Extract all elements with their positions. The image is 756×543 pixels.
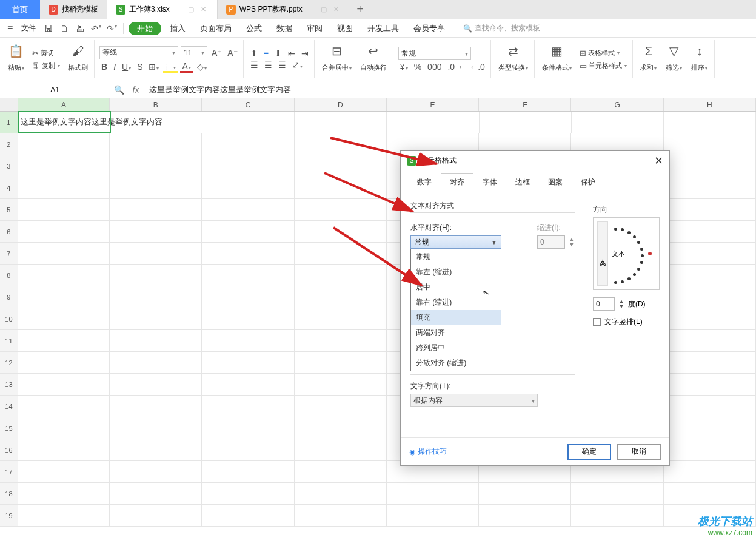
orientation-handle[interactable] [648, 252, 652, 255]
cell-B13[interactable] [110, 374, 202, 395]
cell-C5[interactable] [202, 199, 294, 220]
dec-decimal-icon[interactable]: ←.0 [467, 62, 487, 72]
menu-insert[interactable]: 插入 [164, 19, 192, 37]
opt-justify[interactable]: 两端对齐 [411, 325, 501, 340]
tab-protect[interactable]: 保护 [572, 173, 604, 192]
cell-B10[interactable] [110, 308, 202, 329]
cut-button[interactable]: ✂剪切 [30, 48, 62, 58]
table-style-button[interactable]: ⊞表格样式 [578, 48, 629, 58]
dialog-titlebar[interactable]: S 单元格格式 ✕ [401, 151, 669, 170]
cell-H9[interactable] [664, 286, 756, 308]
filter-button[interactable]: ▽筛选 [663, 44, 685, 75]
row-header-4[interactable]: 4 [0, 177, 18, 198]
tab-daoke[interactable]: D 找稻壳模板 [40, 0, 107, 19]
cell-A18[interactable] [18, 483, 110, 504]
bold-icon[interactable]: B [99, 62, 109, 72]
sum-button[interactable]: Σ求和 [638, 44, 660, 75]
cell-D16[interactable] [295, 439, 387, 460]
cell-H10[interactable] [664, 308, 756, 329]
cell-A12[interactable] [18, 352, 110, 373]
row-header-10[interactable]: 10 [0, 308, 18, 329]
menu-view[interactable]: 视图 [331, 19, 359, 37]
sort-button[interactable]: ↕排序 [689, 44, 711, 75]
cell-C2[interactable] [202, 133, 294, 155]
comma-icon[interactable]: 000 [426, 62, 443, 72]
row-header-14[interactable]: 14 [0, 396, 18, 417]
add-tab-button[interactable]: + [350, 0, 370, 19]
cell-B12[interactable] [110, 352, 202, 373]
cell-D2[interactable] [295, 133, 387, 155]
column-header-B[interactable]: B [110, 98, 202, 111]
opt-center-across[interactable]: 跨列居中 [411, 340, 501, 356]
cell-H4[interactable] [664, 177, 756, 198]
command-search[interactable]: 🔍 查找命令、搜索模板 [463, 23, 540, 33]
cell-C9[interactable] [202, 286, 294, 308]
column-header-D[interactable]: D [295, 98, 387, 111]
cell-D5[interactable] [295, 199, 387, 220]
cell-B15[interactable] [110, 417, 202, 439]
cell-B18[interactable] [110, 483, 202, 504]
cell-C11[interactable] [202, 330, 294, 351]
merge-button[interactable]: ⊟合并居中 [319, 44, 354, 75]
cell-G19[interactable] [571, 505, 663, 526]
cell-A16[interactable] [18, 439, 110, 460]
cell-F18[interactable] [479, 483, 571, 504]
column-header-E[interactable]: E [387, 98, 479, 111]
cell-A13[interactable] [18, 374, 110, 395]
cell-D18[interactable] [295, 483, 387, 504]
menu-member[interactable]: 会员专享 [407, 19, 451, 37]
cell-D4[interactable] [295, 177, 387, 198]
tab-border[interactable]: 边框 [506, 173, 539, 192]
cell-B7[interactable] [110, 243, 202, 264]
cell-D19[interactable] [295, 505, 387, 526]
cell-H16[interactable] [664, 439, 756, 460]
cond-format-button[interactable]: ▦条件格式 [540, 44, 574, 75]
orientation-dial[interactable]: 文本 [612, 221, 655, 286]
cell-C12[interactable] [202, 352, 294, 373]
row-header-2[interactable]: 2 [0, 133, 18, 155]
cell-B17[interactable] [110, 461, 202, 482]
print-icon[interactable]: 🖶 [73, 24, 87, 33]
close-icon[interactable]: ✕ [654, 154, 663, 167]
name-box[interactable]: A1 [0, 81, 110, 98]
fx-icon[interactable]: fx [127, 85, 144, 95]
tab-font[interactable]: 字体 [473, 173, 506, 192]
increase-font-icon[interactable]: A⁺ [210, 48, 223, 58]
menu-layout[interactable]: 页面布局 [194, 19, 238, 37]
tab-workbook[interactable]: S 工作簿3.xlsx ▢ ✕ [107, 0, 218, 19]
clear-format-icon[interactable]: ◇ [195, 62, 209, 72]
cell-D14[interactable] [295, 396, 387, 417]
tab-align[interactable]: 对齐 [441, 173, 473, 192]
row-header-19[interactable]: 19 [0, 505, 18, 526]
cell-A15[interactable] [18, 417, 110, 439]
cell-H8[interactable] [664, 265, 756, 286]
row-header-9[interactable]: 9 [0, 286, 18, 308]
text-direction-select[interactable]: 根据内容▾ [410, 394, 538, 407]
cell-D10[interactable] [295, 308, 387, 329]
row-header-7[interactable]: 7 [0, 243, 18, 264]
cell-H14[interactable] [664, 396, 756, 417]
italic-icon[interactable]: I [112, 62, 118, 72]
wrap-button[interactable]: ↩自动换行 [358, 44, 389, 75]
indent-spinner[interactable]: 0 [537, 235, 565, 249]
align-middle-icon[interactable]: ≡ [262, 49, 270, 58]
select-all-corner[interactable] [0, 98, 18, 111]
cell-D3[interactable] [295, 155, 387, 177]
orientation-box[interactable]: 文本 文本 [593, 217, 660, 290]
cell-C18[interactable] [202, 483, 294, 504]
cell-C17[interactable] [202, 461, 294, 482]
cell-H3[interactable] [664, 155, 756, 177]
font-size-select[interactable]: 11▾ [181, 46, 207, 59]
menu-start[interactable]: 开始 [129, 22, 161, 35]
font-color-icon[interactable]: A [180, 61, 192, 73]
border-icon[interactable]: ⊞ [147, 62, 161, 72]
row-header-3[interactable]: 3 [0, 155, 18, 177]
orientation-icon[interactable]: ⤢ [290, 60, 304, 70]
cell-C7[interactable] [202, 243, 294, 264]
align-bottom-icon[interactable]: ⬇ [273, 49, 284, 58]
opt-fill[interactable]: 填充 [411, 310, 501, 325]
cell-C15[interactable] [202, 417, 294, 439]
cell-C10[interactable] [202, 308, 294, 329]
font-family-select[interactable]: 等线▾ [99, 46, 178, 59]
opt-distributed[interactable]: 分散对齐 (缩进) [411, 356, 501, 371]
